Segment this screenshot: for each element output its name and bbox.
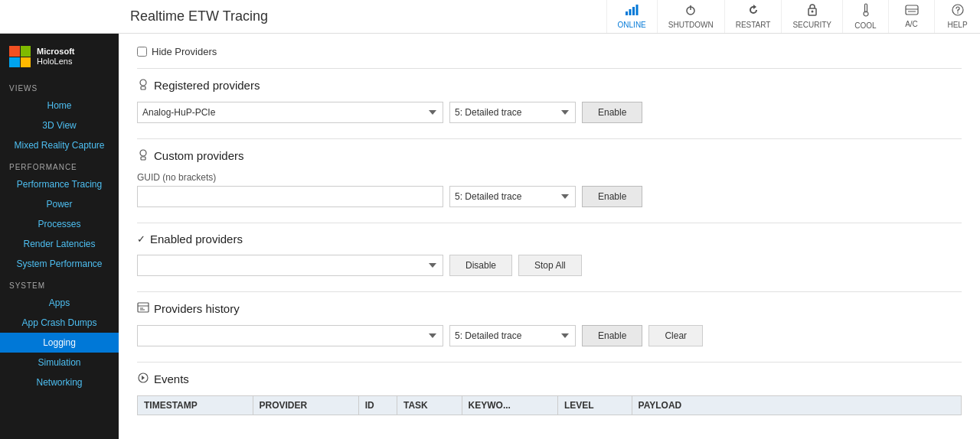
security-icon (807, 4, 818, 19)
registered-provider-select[interactable]: Analog-HuP-PCIe (137, 102, 443, 123)
sidebar-item-performance-tracing[interactable]: Performance Tracing (0, 174, 119, 194)
enabled-check-icon: ✓ (137, 233, 145, 245)
events-icon (137, 372, 149, 386)
svg-point-15 (140, 80, 146, 86)
col-keywords: KEYWO... (462, 396, 557, 415)
history-icon (137, 301, 149, 316)
sidebar: Microsoft HoloLens VIEWS Home 3D View Mi… (0, 34, 119, 439)
custom-level-select[interactable]: 1: Critical 2: Error 3: Warning 4: Infor… (449, 186, 576, 207)
history-divider (137, 291, 962, 292)
online-icon (625, 4, 639, 19)
sidebar-section-views: VIEWS (0, 76, 119, 96)
history-enable-button[interactable]: Enable (582, 325, 642, 346)
hide-providers-label[interactable]: Hide Providers (152, 46, 217, 57)
sidebar-logo: Microsoft HoloLens (0, 40, 119, 76)
svg-rect-2 (632, 7, 635, 15)
hide-providers-checkbox[interactable] (137, 47, 147, 57)
help-icon (952, 4, 964, 19)
providers-history-section: Providers history 1: Critical 2: Error 3… (137, 301, 962, 346)
enabled-providers-header: ✓ Enabled providers (137, 233, 962, 246)
events-divider (137, 362, 962, 363)
svg-point-17 (140, 150, 146, 156)
sidebar-item-mixed-reality-capture[interactable]: Mixed Reality Capture (0, 135, 119, 155)
custom-icon (137, 148, 149, 163)
sidebar-item-apps[interactable]: Apps (0, 293, 119, 313)
events-table: TIMESTAMP PROVIDER ID TASK KEYWO... LEVE… (137, 395, 962, 415)
disable-button[interactable]: Disable (449, 255, 512, 276)
custom-providers-form: 1: Critical 2: Error 3: Warning 4: Infor… (137, 186, 962, 207)
hide-providers-row: Hide Providers (137, 46, 962, 57)
sidebar-logo-text: Microsoft HoloLens (37, 47, 75, 67)
svg-rect-0 (626, 11, 628, 15)
col-payload: PAYLOAD (632, 396, 961, 415)
action-security[interactable]: SECURITY (781, 0, 842, 33)
cool-label: COOL (854, 21, 876, 30)
sidebar-item-power[interactable]: Power (0, 194, 119, 214)
cool-icon (861, 3, 871, 20)
shutdown-icon (684, 4, 697, 19)
registered-divider (137, 68, 962, 69)
sidebar-item-processes[interactable]: Processes (0, 214, 119, 234)
guid-label: GUID (no brackets) (137, 172, 962, 183)
enabled-providers-form: Disable Stop All (137, 255, 962, 276)
enabled-providers-title: Enabled providers (150, 233, 243, 246)
sidebar-item-home[interactable]: Home (0, 96, 119, 115)
registered-providers-form: Analog-HuP-PCIe 1: Critical 2: Error 3: … (137, 102, 962, 123)
custom-divider (137, 138, 962, 139)
sidebar-item-system-performance[interactable]: System Performance (0, 254, 119, 274)
sidebar-item-3d-view[interactable]: 3D View (0, 115, 119, 135)
enabled-provider-select[interactable] (137, 255, 443, 276)
svg-point-14 (957, 12, 959, 14)
action-shutdown[interactable]: SHUTDOWN (657, 0, 724, 33)
svg-rect-3 (636, 5, 639, 15)
sidebar-item-networking[interactable]: Networking (0, 372, 119, 392)
action-cool[interactable]: COOL (842, 0, 888, 33)
guid-input[interactable] (137, 186, 443, 207)
stop-all-button[interactable]: Stop All (518, 255, 582, 276)
layout: Microsoft HoloLens VIEWS Home 3D View Mi… (0, 34, 980, 439)
custom-providers-section: Custom providers GUID (no brackets) 1: C… (137, 148, 962, 207)
sidebar-item-app-crash-dumps[interactable]: App Crash Dumps (0, 313, 119, 333)
ac-icon (905, 5, 919, 18)
clear-button[interactable]: Clear (648, 325, 703, 346)
history-level-select[interactable]: 1: Critical 2: Error 3: Warning 4: Infor… (449, 325, 576, 346)
registered-providers-title: Registered providers (154, 79, 260, 92)
events-section: Events TIMESTAMP PROVIDER ID TASK KEYWO.… (137, 372, 962, 415)
svg-point-7 (811, 11, 813, 13)
svg-rect-19 (138, 303, 149, 312)
top-bar-actions: ONLINE SHUTDOWN RESTART (606, 0, 980, 33)
events-header: Events (137, 372, 962, 386)
events-table-head: TIMESTAMP PROVIDER ID TASK KEYWO... LEVE… (138, 396, 962, 415)
page-title: Realtime ETW Tracing (0, 0, 606, 33)
sidebar-item-simulation[interactable]: Simulation (0, 353, 119, 372)
top-bar: Realtime ETW Tracing ONLINE SHUTDOWN (0, 0, 980, 34)
action-restart[interactable]: RESTART (724, 0, 782, 33)
sidebar-section-performance: PERFORMANCE (0, 155, 119, 174)
restart-label: RESTART (736, 21, 771, 29)
main-content: Hide Providers Registered providers Anal… (119, 34, 980, 439)
action-online[interactable]: ONLINE (606, 0, 657, 33)
ac-label: A/C (905, 20, 918, 28)
restart-icon (747, 4, 760, 19)
action-ac[interactable]: A/C (888, 0, 934, 33)
sidebar-section-system: SYSTEM (0, 274, 119, 293)
registered-enable-button[interactable]: Enable (582, 102, 642, 123)
registered-providers-header: Registered providers (137, 78, 962, 93)
registered-icon (137, 78, 149, 93)
providers-history-title: Providers history (154, 302, 240, 315)
registered-level-select[interactable]: 1: Critical 2: Error 3: Warning 4: Infor… (449, 102, 576, 123)
sidebar-item-logging[interactable]: Logging (0, 333, 119, 353)
custom-enable-button[interactable]: Enable (582, 186, 642, 207)
col-timestamp: TIMESTAMP (138, 396, 253, 415)
svg-rect-18 (141, 157, 145, 160)
history-provider-select[interactable] (137, 325, 443, 346)
help-label: HELP (947, 21, 967, 29)
sidebar-item-render-latencies[interactable]: Render Latencies (0, 234, 119, 254)
enabled-divider (137, 223, 962, 223)
svg-rect-8 (864, 4, 867, 12)
col-level: LEVEL (558, 396, 632, 415)
events-header-row: TIMESTAMP PROVIDER ID TASK KEYWO... LEVE… (138, 396, 962, 415)
action-help[interactable]: HELP (934, 0, 980, 33)
providers-history-header: Providers history (137, 301, 962, 316)
security-label: SECURITY (792, 21, 831, 29)
